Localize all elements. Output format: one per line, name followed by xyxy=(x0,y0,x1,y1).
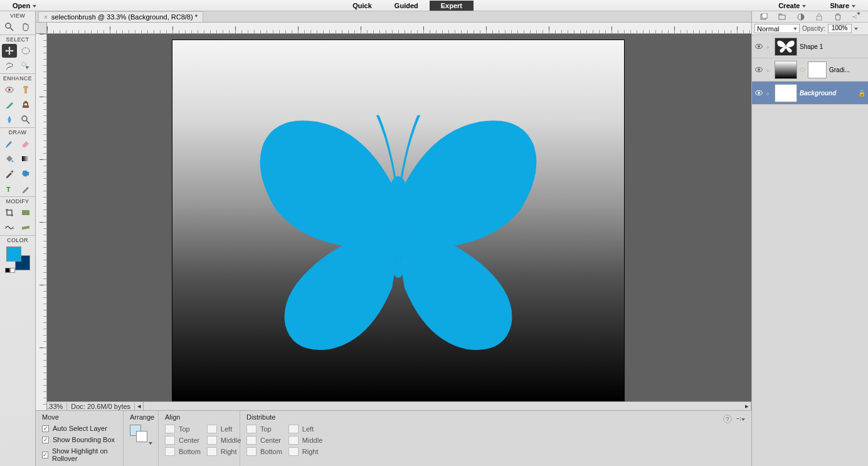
doc-info: Doc: 20.6M/0 bytes xyxy=(67,403,135,410)
layer-name[interactable]: Shape 1 xyxy=(800,43,865,50)
straighten-tool-icon[interactable] xyxy=(18,221,33,235)
align-label: Align xyxy=(165,413,233,421)
svg-line-1 xyxy=(10,28,13,31)
options-menu-icon[interactable]: ∹ xyxy=(736,415,745,423)
spot-heal-tool-icon[interactable] xyxy=(18,83,33,97)
distribute-right-button[interactable]: Right xyxy=(288,447,322,456)
svg-rect-9 xyxy=(24,101,27,103)
layer-name[interactable]: Background xyxy=(800,90,855,97)
foreground-color-swatch[interactable] xyxy=(6,246,21,262)
menubar: Open Quick Guided Expert Create Share xyxy=(0,0,868,11)
document-tab-bar: × selectionbrush @ 33.3% (Background, RC… xyxy=(36,11,751,23)
opacity-dropdown-icon[interactable] xyxy=(854,28,858,30)
tab-expert[interactable]: Expert xyxy=(430,1,474,11)
lasso-tool-icon[interactable] xyxy=(2,59,17,73)
lock-icon[interactable]: 🔒 xyxy=(858,90,865,97)
show-highlight-checkbox[interactable]: Show Highlight on Rollover xyxy=(42,447,117,462)
layer-mask-thumbnail[interactable] xyxy=(808,61,827,78)
layer-row-gradient[interactable]: ⬨ ⬭ Gradi... xyxy=(752,58,868,82)
color-swatches[interactable] xyxy=(5,246,30,273)
layer-thumbnail[interactable] xyxy=(775,61,797,79)
visibility-toggle-icon[interactable] xyxy=(754,66,763,73)
distribute-top-button[interactable]: Top xyxy=(246,425,282,433)
hand-tool-icon[interactable] xyxy=(18,20,33,34)
align-top-button[interactable]: Top xyxy=(165,425,201,433)
layer-thumbnail[interactable] xyxy=(775,38,797,56)
distribute-left-button[interactable]: Left xyxy=(288,425,322,433)
align-bottom-button[interactable]: Bottom xyxy=(165,447,201,456)
clone-stamp-tool-icon[interactable] xyxy=(18,98,33,112)
menu-open[interactable]: Open xyxy=(6,1,43,11)
distribute-middle-button[interactable]: Middle xyxy=(288,436,322,445)
link-indicator[interactable]: ⬨ xyxy=(766,43,772,50)
pencil-tool-icon[interactable] xyxy=(18,182,33,196)
tab-quick[interactable]: Quick xyxy=(341,1,383,11)
move-tool-icon[interactable] xyxy=(2,44,17,58)
crop-tool-icon[interactable] xyxy=(2,206,17,220)
smart-brush-tool-icon[interactable] xyxy=(2,98,17,112)
svg-point-12 xyxy=(12,161,14,162)
link-indicator[interactable]: ⬨ xyxy=(766,66,772,73)
delete-layer-icon[interactable] xyxy=(834,13,842,21)
new-group-icon[interactable] xyxy=(778,13,786,21)
horizontal-ruler xyxy=(47,23,751,34)
blur-tool-icon[interactable] xyxy=(2,113,17,127)
document-tab[interactable]: × selectionbrush @ 33.3% (Background, RC… xyxy=(38,11,203,22)
scroll-left-icon[interactable]: ◂ xyxy=(135,402,144,410)
default-colors-icon[interactable] xyxy=(5,268,15,273)
link-indicator[interactable]: ⬨ xyxy=(766,90,772,97)
brush-tool-icon[interactable] xyxy=(2,137,17,151)
eraser-tool-icon[interactable] xyxy=(18,137,33,151)
layer-row-shape1[interactable]: ⬨ Shape 1 xyxy=(752,35,868,58)
align-left-button[interactable]: Left xyxy=(207,425,241,433)
gradient-tool-icon[interactable] xyxy=(18,152,33,166)
new-layer-icon[interactable] xyxy=(760,13,768,21)
mask-link-icon[interactable]: ⬭ xyxy=(800,66,805,73)
shape-tool-icon[interactable] xyxy=(18,167,33,181)
close-tab-icon[interactable]: × xyxy=(44,14,48,21)
layers-list: ⬨ Shape 1 ⬨ ⬭ Gradi... ⬨ Background 🔒 xyxy=(752,35,868,466)
recompose-tool-icon[interactable] xyxy=(18,206,33,220)
layer-thumbnail[interactable] xyxy=(775,84,797,102)
layer-row-background[interactable]: ⬨ Background 🔒 xyxy=(752,82,868,105)
align-center-button[interactable]: Center xyxy=(165,436,201,445)
butterfly-shape[interactable] xyxy=(241,93,555,357)
panel-menu-icon[interactable]: ∹ xyxy=(852,13,860,21)
section-color: COLOR xyxy=(0,235,35,244)
menu-share[interactable]: Share xyxy=(823,1,862,11)
vertical-ruler xyxy=(36,34,47,410)
viewport[interactable] xyxy=(47,34,751,401)
distribute-bottom-button[interactable]: Bottom xyxy=(246,447,282,456)
artboard[interactable] xyxy=(172,40,624,401)
menu-create[interactable]: Create xyxy=(772,1,812,11)
align-middle-button[interactable]: Middle xyxy=(207,436,241,445)
zoom-tool-icon[interactable] xyxy=(2,20,17,34)
marquee-tool-icon[interactable] xyxy=(18,44,33,58)
svg-rect-17 xyxy=(22,226,30,230)
svg-rect-22 xyxy=(779,15,785,19)
type-tool-icon[interactable]: T xyxy=(2,182,17,196)
quick-select-tool-icon[interactable] xyxy=(18,59,33,73)
adjustment-layer-icon[interactable] xyxy=(797,13,805,21)
opacity-input[interactable]: 100% xyxy=(828,24,852,33)
sponge-tool-icon[interactable] xyxy=(18,113,33,127)
fill-tool-icon[interactable] xyxy=(2,152,17,166)
distribute-center-button[interactable]: Center xyxy=(246,436,282,445)
help-icon[interactable]: ? xyxy=(723,415,732,423)
content-aware-tool-icon[interactable] xyxy=(2,221,17,235)
lock-layer-icon[interactable] xyxy=(815,13,823,21)
auto-select-layer-checkbox[interactable]: Auto Select Layer xyxy=(42,425,117,432)
layer-name[interactable]: Gradi... xyxy=(829,66,865,73)
redeye-tool-icon[interactable] xyxy=(2,83,17,97)
blend-mode-select[interactable]: Normal xyxy=(754,24,800,33)
info-dropdown-icon[interactable]: ▸ xyxy=(743,402,751,410)
tab-guided[interactable]: Guided xyxy=(383,1,430,11)
visibility-toggle-icon[interactable] xyxy=(754,89,763,97)
visibility-toggle-icon[interactable] xyxy=(754,43,763,50)
svg-point-27 xyxy=(785,45,786,50)
align-right-button[interactable]: Right xyxy=(207,447,241,456)
arrange-button[interactable] xyxy=(130,425,147,443)
show-bounding-box-checkbox[interactable]: Show Bounding Box xyxy=(42,436,117,443)
status-bar: 33.33% Doc: 20.6M/0 bytes ◂ ▸ xyxy=(36,401,751,410)
color-picker-tool-icon[interactable] xyxy=(2,167,17,181)
